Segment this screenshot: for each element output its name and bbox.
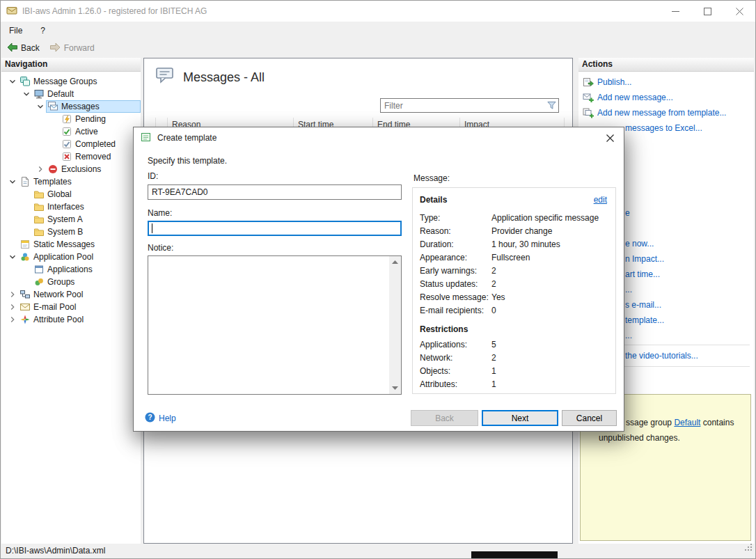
tree-item-body[interactable]: Groups <box>32 276 141 288</box>
help-link[interactable]: ? Help <box>145 412 176 425</box>
action-add-new-message-from-template[interactable]: Add new message from template... <box>578 107 754 119</box>
message-label: Message: <box>414 173 450 183</box>
tree-item-body[interactable]: Application Pool <box>18 251 141 263</box>
tree-item-body[interactable]: Templates <box>18 175 141 188</box>
maximize-button[interactable] <box>691 1 723 22</box>
notice-text-pre: ssage group <box>626 418 674 427</box>
minimize-button[interactable] <box>659 1 691 22</box>
tree-item-default[interactable]: Default <box>1 88 141 100</box>
tree-item-body[interactable]: Pending <box>60 113 141 125</box>
folder-icon <box>33 214 45 225</box>
scroll-down-icon[interactable] <box>389 382 401 394</box>
name-input[interactable] <box>148 221 402 236</box>
detail-row-objects: Objects:1 <box>420 366 611 379</box>
tree-item-body[interactable]: Static Messages <box>18 238 141 251</box>
detail-value: 2 <box>491 266 611 276</box>
chevron-down-icon[interactable] <box>7 176 18 187</box>
close-button[interactable] <box>723 1 755 22</box>
action-add-new-message[interactable]: Add new message... <box>578 91 754 104</box>
tree-item-body[interactable]: Network Pool <box>18 288 141 301</box>
detail-row-duration: Duration:1 hour, 30 minutes <box>420 239 611 253</box>
tree-item-body[interactable]: Completed <box>60 138 141 150</box>
tree-item-groups[interactable]: Groups <box>1 276 141 288</box>
notice-scrollbar[interactable] <box>389 256 401 394</box>
tree-item-active[interactable]: Active <box>1 125 141 138</box>
tree-item-body[interactable]: Global <box>32 188 141 200</box>
chevron-down-icon[interactable] <box>35 101 46 112</box>
tree-item-body[interactable]: Default <box>32 88 141 100</box>
back-dialog-button[interactable]: Back <box>411 410 478 426</box>
tree-item-body[interactable]: Removed <box>60 150 141 163</box>
id-input[interactable]: RT-9EA7CAD0 <box>148 184 402 200</box>
edit-link[interactable]: edit <box>594 195 607 205</box>
detail-row-network: Network:2 <box>420 353 611 366</box>
tree-item-body[interactable]: Attribute Pool <box>18 313 141 326</box>
tree-item-body[interactable]: System B <box>32 226 141 238</box>
tree-item-applications[interactable]: Applications <box>1 263 141 276</box>
detail-label: Attributes: <box>420 379 491 389</box>
detail-value: 5 <box>491 340 611 349</box>
chevron-right-icon[interactable] <box>35 164 46 175</box>
default-icon <box>33 88 45 100</box>
tree-item-system-b[interactable]: System B <box>1 226 141 238</box>
tree-item-interfaces[interactable]: Interfaces <box>1 200 141 213</box>
tree-item-templates[interactable]: Templates <box>1 175 141 188</box>
action-publish[interactable]: Publish... <box>578 76 754 88</box>
tree-item-body[interactable]: Applications <box>32 263 141 276</box>
tree-item-body[interactable]: Message Groups <box>18 75 141 88</box>
tree-item-system-a[interactable]: System A <box>1 213 141 226</box>
tree-item-label: Attribute Pool <box>33 315 84 324</box>
chevron-right-icon[interactable] <box>7 314 18 325</box>
messages-header-icon <box>155 66 177 88</box>
tree-item-global[interactable]: Global <box>1 188 141 200</box>
chevron-right-icon[interactable] <box>7 301 18 313</box>
tree-item-body[interactable]: Active <box>60 125 141 138</box>
scroll-up-icon[interactable] <box>389 256 401 268</box>
chevron-down-icon[interactable] <box>21 88 32 100</box>
forward-button[interactable]: Forward <box>49 42 95 55</box>
tree-item-attribute-pool[interactable]: Attribute Pool <box>1 313 141 326</box>
back-button[interactable]: Back <box>6 42 40 55</box>
resize-grip[interactable] <box>744 542 753 556</box>
restrictions-header: Restrictions <box>420 324 468 334</box>
notice-textarea[interactable] <box>148 255 402 395</box>
detail-label: Applications: <box>420 340 491 349</box>
tree-item-label: Pending <box>75 114 106 124</box>
tree-item-body[interactable]: Messages <box>46 100 141 113</box>
tree-item-static-messages[interactable]: Static Messages <box>1 238 141 251</box>
navigation-header: Navigation <box>1 58 141 72</box>
chevron-right-icon[interactable] <box>7 289 18 300</box>
tree-item-network-pool[interactable]: Network Pool <box>1 288 141 301</box>
chevron-spacer <box>21 189 32 200</box>
taskbar-fragment <box>471 551 558 559</box>
tree-item-label: E-mail Pool <box>33 302 76 312</box>
tree-item-message-groups[interactable]: Message Groups <box>1 75 141 88</box>
tree-item-exclusions[interactable]: Exclusions <box>1 163 141 175</box>
tree-item-e-mail-pool[interactable]: E-mail Pool <box>1 301 141 313</box>
chevron-spacer <box>21 214 32 225</box>
chevron-down-icon[interactable] <box>7 76 18 87</box>
menu-file[interactable]: File <box>6 24 25 37</box>
id-value: RT-9EA7CAD0 <box>152 187 207 197</box>
tree-item-body[interactable]: Exclusions <box>46 163 141 175</box>
tree-item-body[interactable]: System A <box>32 213 141 226</box>
filter-input[interactable] <box>381 101 544 111</box>
menu-help[interactable]: ? <box>38 24 48 37</box>
tree-item-label: Static Messages <box>33 239 95 249</box>
tree-item-removed[interactable]: Removed <box>1 150 141 163</box>
detail-value: 1 <box>491 366 611 376</box>
titlebar: IBI-aws Admin 1.26.0 - registered for IB… <box>1 1 755 22</box>
filter-funnel-icon[interactable] <box>544 101 558 110</box>
detail-value: 1 <box>491 379 611 389</box>
chevron-down-icon[interactable] <box>7 251 18 262</box>
tree-item-body[interactable]: E-mail Pool <box>18 301 141 313</box>
cancel-button[interactable]: Cancel <box>562 410 617 426</box>
tree-item-completed[interactable]: Completed <box>1 138 141 150</box>
notice-default-link[interactable]: Default <box>674 418 700 427</box>
tree-item-messages[interactable]: Messages <box>1 100 141 113</box>
tree-item-body[interactable]: Interfaces <box>32 200 141 213</box>
next-button[interactable]: Next <box>482 410 558 426</box>
dialog-close-button[interactable] <box>605 133 615 143</box>
tree-item-pending[interactable]: Pending <box>1 113 141 125</box>
tree-item-application-pool[interactable]: Application Pool <box>1 251 141 263</box>
